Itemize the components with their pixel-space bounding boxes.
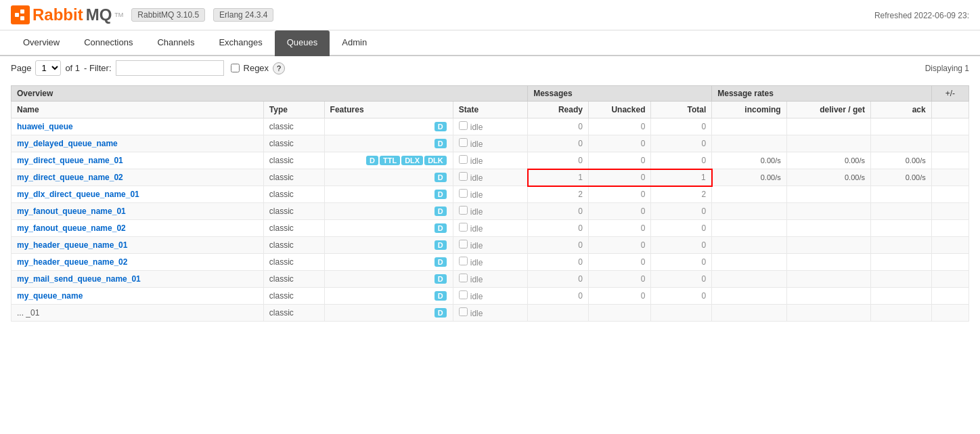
state-text: idle — [470, 139, 483, 149]
feature-badge: D — [435, 223, 447, 233]
table-container: Overview Messages Message rates +/- Name… — [0, 80, 980, 327]
state-checkbox[interactable] — [459, 189, 468, 198]
queue-state-cell: idle — [453, 220, 527, 237]
total-cell: 0 — [651, 237, 712, 254]
group-header-row: Overview Messages Message rates +/- — [12, 86, 969, 102]
deliver-cell — [786, 135, 870, 152]
logo-area: RabbitMQTM RabbitMQ 3.10.5 Erlang 24.3.4 — [11, 5, 273, 24]
state-checkbox[interactable] — [459, 307, 468, 316]
nav-connections[interactable]: Connections — [72, 30, 145, 56]
queue-name-link[interactable]: my_header_queue_name_01 — [17, 240, 127, 250]
queue-type-cell: classic — [263, 237, 324, 254]
state-checkbox[interactable] — [459, 223, 468, 232]
nav-queues[interactable]: Queues — [275, 30, 330, 56]
queue-name-link[interactable]: my_delayed_queue_name — [17, 139, 118, 148]
table-row: huawei_queueclassicDidle000 — [12, 118, 969, 135]
deliver-cell: 0.00/s — [786, 169, 870, 186]
queue-state-cell: idle — [453, 152, 527, 169]
queue-features-cell: D — [324, 169, 453, 186]
logo-mq: MQ — [86, 5, 112, 24]
extra-cell — [931, 237, 968, 254]
unacked-cell: 0 — [588, 271, 651, 288]
regex-checkbox[interactable] — [231, 64, 240, 72]
nav-bar: Overview Connections Channels Exchanges … — [0, 30, 980, 56]
ready-cell: 0 — [528, 118, 589, 135]
queue-name-link[interactable]: my_mail_send_queue_name_01 — [17, 274, 141, 284]
ack-cell: 0.00/s — [870, 169, 931, 186]
unacked-cell: 0 — [588, 288, 651, 305]
queues-table: Overview Messages Message rates +/- Name… — [11, 85, 969, 322]
state-checkbox[interactable] — [459, 155, 468, 164]
queue-type-cell: classic — [263, 254, 324, 271]
state-checkbox[interactable] — [459, 172, 468, 181]
queue-name-link[interactable]: my_fanout_queue_name_02 — [17, 223, 126, 233]
queue-name-link[interactable]: my_header_queue_name_02 — [17, 257, 127, 267]
queue-name-link[interactable]: my_queue_name — [17, 291, 83, 301]
queue-name-link[interactable]: my_direct_queue_name_01 — [17, 156, 123, 165]
ready-cell: 0 — [528, 135, 589, 152]
queue-name-link[interactable]: huawei_queue — [17, 122, 73, 131]
queue-type-cell: classic — [263, 288, 324, 305]
page-select[interactable]: 1 — [35, 60, 61, 76]
top-bar: RabbitMQTM RabbitMQ 3.10.5 Erlang 24.3.4… — [0, 0, 980, 30]
ready-cell: 0 — [528, 152, 589, 169]
ack-cell — [870, 271, 931, 288]
nav-channels[interactable]: Channels — [145, 30, 206, 56]
feature-badge: DLK — [424, 156, 447, 165]
state-checkbox[interactable] — [459, 138, 468, 147]
nav-admin[interactable]: Admin — [330, 30, 379, 56]
queue-type-cell: classic — [263, 220, 324, 237]
state-text: idle — [470, 241, 483, 251]
filter-input[interactable] — [116, 60, 224, 76]
incoming-cell — [712, 271, 786, 288]
queue-name-link[interactable]: my_dlx_direct_queue_name_01 — [17, 190, 139, 199]
refresh-info: Refreshed 2022-06-09 23: — [874, 10, 969, 20]
svg-rect-0 — [15, 13, 19, 17]
incoming-cell: 0.00/s — [712, 169, 786, 186]
state-checkbox[interactable] — [459, 290, 468, 299]
queue-features-cell: D — [324, 271, 453, 288]
ack-cell — [870, 220, 931, 237]
state-checkbox[interactable] — [459, 274, 468, 282]
feature-badge: D — [435, 257, 447, 267]
queue-state-cell: idle — [453, 288, 527, 305]
extra-cell — [931, 288, 968, 305]
toolbar: Page 1 of 1 - Filter: Regex ? Displaying… — [0, 56, 980, 80]
extra-cell — [931, 169, 968, 186]
total-cell: 0 — [651, 118, 712, 135]
extra-cell — [931, 305, 968, 322]
table-row: my_queue_nameclassicDidle000 — [12, 288, 969, 305]
deliver-cell — [786, 237, 870, 254]
plus-minus-button[interactable]: +/- — [931, 86, 968, 102]
table-body: huawei_queueclassicDidle000my_delayed_qu… — [12, 118, 969, 322]
state-checkbox[interactable] — [459, 121, 468, 130]
state-text: idle — [470, 207, 483, 217]
queue-name-cell: my_dlx_direct_queue_name_01 — [12, 186, 264, 203]
total-cell: 0 — [651, 152, 712, 169]
state-checkbox[interactable] — [459, 257, 468, 265]
state-checkbox[interactable] — [459, 206, 468, 215]
state-text: idle — [470, 224, 483, 234]
total-cell: 0 — [651, 220, 712, 237]
state-checkbox[interactable] — [459, 240, 468, 248]
queue-state-cell: idle — [453, 254, 527, 271]
table-row: my_dlx_direct_queue_name_01classicDidle2… — [12, 186, 969, 203]
ack-cell — [870, 186, 931, 203]
queue-name-cell: huawei_queue — [12, 118, 264, 135]
logo-icon — [11, 5, 30, 24]
nav-overview[interactable]: Overview — [11, 30, 72, 56]
help-button[interactable]: ? — [273, 62, 285, 74]
queue-name-link[interactable]: my_fanout_queue_name_01 — [17, 207, 126, 216]
queue-type-cell: classic — [263, 186, 324, 203]
queue-name-link[interactable]: my_direct_queue_name_02 — [17, 173, 123, 182]
queue-name-cell: my_mail_send_queue_name_01 — [12, 271, 264, 288]
incoming-cell — [712, 203, 786, 220]
feature-badge: D — [435, 240, 447, 250]
nav-exchanges[interactable]: Exchanges — [206, 30, 274, 56]
feature-badge: D — [435, 139, 447, 148]
col-deliver-get: deliver / get — [786, 102, 870, 118]
state-text: idle — [470, 275, 483, 284]
svg-rect-2 — [20, 16, 24, 20]
incoming-cell — [712, 186, 786, 203]
queue-name-cell: my_delayed_queue_name — [12, 135, 264, 152]
